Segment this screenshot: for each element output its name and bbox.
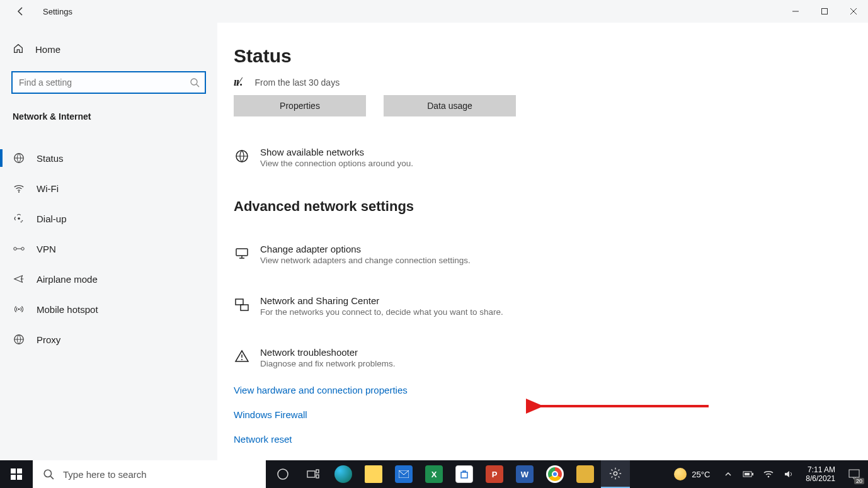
word-icon: W [516, 465, 534, 483]
taskbar-app-store[interactable] [450, 460, 479, 488]
sharing-title: Network and Sharing Center [260, 295, 503, 306]
start-button[interactable] [0, 460, 33, 488]
hotspot-icon [13, 303, 25, 315]
clock-date: 8/6/2021 [806, 474, 835, 483]
tray-wifi-icon[interactable] [762, 467, 775, 481]
close-button[interactable] [839, 0, 868, 23]
sidebar-category: Network & Internet [0, 105, 217, 130]
svg-rect-36 [752, 473, 753, 475]
svg-point-5 [18, 191, 20, 193]
search-icon [43, 468, 54, 480]
vpn-icon [13, 242, 25, 255]
minimize-button[interactable] [781, 0, 810, 23]
window-title: Settings [43, 7, 72, 16]
taskbar-app-chrome[interactable] [540, 460, 569, 488]
notification-badge: 20 [854, 478, 864, 484]
sidebar-item-label: Status [37, 153, 64, 164]
link-network-reset[interactable]: Network reset [234, 434, 868, 445]
advanced-heading: Advanced network settings [234, 198, 868, 215]
svg-rect-1 [822, 9, 828, 14]
svg-rect-24 [17, 468, 22, 474]
show-available-networks[interactable]: Show available networks View the connect… [234, 147, 868, 168]
sidebar-item-label: Wi-Fi [37, 183, 59, 194]
svg-point-12 [18, 309, 20, 310]
sidebar-item-proxy[interactable]: Proxy [0, 324, 217, 355]
sidebar-item-hotspot[interactable]: Mobile hotspot [0, 294, 217, 324]
svg-point-38 [768, 476, 770, 478]
airplane-icon [13, 273, 25, 285]
taskbar-app-powerpoint[interactable]: P [480, 460, 509, 488]
proxy-icon [13, 333, 25, 346]
link-windows-firewall[interactable]: Windows Firewall [234, 409, 868, 420]
network-sharing-center[interactable]: Network and Sharing Center For the netwo… [234, 295, 868, 317]
taskbar-clock[interactable]: 7:11 AM 8/6/2021 [806, 465, 835, 484]
show-networks-title: Show available networks [260, 147, 413, 157]
taskbar-app-edge[interactable] [329, 460, 358, 488]
taskbar-search[interactable]: Type here to search [33, 460, 266, 488]
change-adapter-options[interactable]: Change adapter options View network adap… [234, 244, 868, 265]
settings-sidebar: Home Network & Internet Status Wi-Fi [0, 23, 217, 460]
sharing-icon [234, 297, 250, 313]
adapter-title: Change adapter options [260, 244, 471, 254]
wifi-icon [13, 182, 25, 195]
home-nav[interactable]: Home [0, 37, 217, 62]
warning-icon [234, 348, 250, 365]
powerpoint-icon: P [486, 465, 503, 483]
excel-icon: X [425, 465, 443, 483]
svg-point-34 [614, 472, 617, 475]
settings-search-input[interactable] [11, 71, 206, 94]
taskbar-weather[interactable]: 25°C [674, 468, 710, 480]
svg-rect-19 [241, 305, 248, 310]
sidebar-item-label: Dial-up [37, 213, 67, 224]
search-icon [190, 77, 200, 88]
link-view-hardware[interactable]: View hardware and connection properties [234, 385, 868, 395]
back-button[interactable] [15, 6, 26, 17]
show-networks-desc: View the connection options around you. [260, 159, 413, 168]
sidebar-item-airplane[interactable]: Airplane mode [0, 264, 217, 294]
svg-rect-30 [307, 471, 315, 477]
data-usage-button[interactable]: Data usage [384, 95, 516, 116]
clock-time: 7:11 AM [808, 465, 835, 474]
weather-temp: 25°C [692, 470, 710, 479]
svg-point-8 [21, 222, 22, 223]
page-heading: Status [234, 45, 868, 67]
gear-icon [608, 467, 622, 480]
svg-point-6 [18, 217, 20, 220]
home-icon [13, 43, 24, 56]
network-troubleshooter[interactable]: Network troubleshooter Diagnose and fix … [234, 347, 868, 368]
tray-volume-icon[interactable] [782, 467, 796, 481]
sidebar-item-wifi[interactable]: Wi-Fi [0, 173, 217, 203]
taskbar-app-explorer[interactable] [359, 460, 388, 488]
taskbar-app-generic[interactable] [571, 460, 600, 488]
globe-icon [234, 148, 250, 164]
maximize-button[interactable] [810, 0, 839, 23]
mail-icon [395, 465, 413, 483]
cortana-button[interactable] [268, 460, 297, 488]
task-view-button[interactable] [299, 460, 328, 488]
sidebar-item-dialup[interactable]: Dial-up [0, 203, 217, 234]
store-icon [455, 465, 473, 483]
dialup-icon [13, 212, 25, 225]
notifications-button[interactable]: 20 [845, 465, 863, 483]
main-content: Status ıı⁄. From the last 30 days Proper… [217, 23, 868, 460]
tray-chevron-up[interactable] [721, 467, 735, 481]
properties-button[interactable]: Properties [234, 95, 366, 116]
sidebar-item-status[interactable]: Status [0, 143, 217, 173]
svg-rect-26 [17, 475, 22, 480]
svg-point-7 [22, 220, 23, 222]
taskbar-app-settings[interactable] [601, 460, 630, 488]
tray-battery-icon[interactable] [741, 467, 755, 481]
taskbar-search-placeholder: Type here to search [63, 469, 147, 480]
sidebar-item-label: Proxy [37, 334, 60, 345]
adapter-icon [234, 245, 250, 261]
title-bar: Settings [0, 0, 868, 23]
taskbar-app-excel[interactable]: X [420, 460, 448, 488]
home-label: Home [35, 44, 60, 55]
sidebar-item-label: VPN [37, 244, 56, 254]
svg-point-9 [14, 247, 17, 251]
svg-rect-18 [236, 299, 243, 305]
svg-rect-32 [316, 475, 319, 478]
taskbar-app-word[interactable]: W [510, 460, 539, 488]
sidebar-item-vpn[interactable]: VPN [0, 234, 217, 264]
taskbar-app-mail[interactable] [389, 460, 418, 488]
